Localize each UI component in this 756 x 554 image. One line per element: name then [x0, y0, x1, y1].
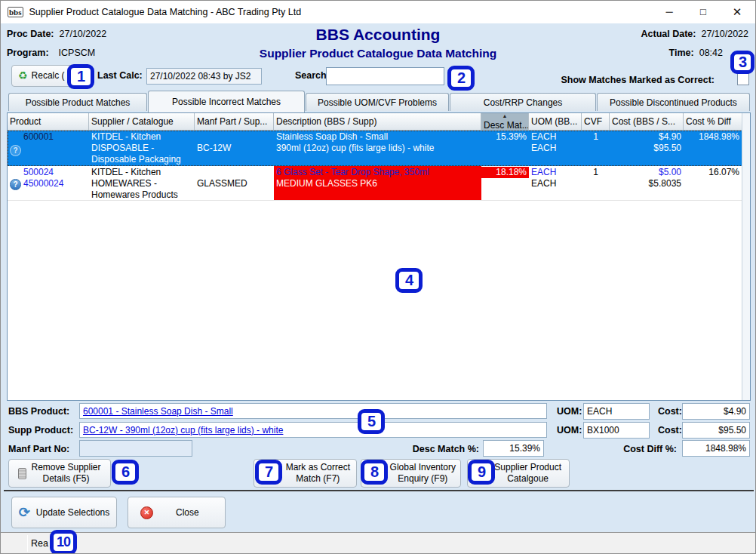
cell-cvf: 1 [582, 131, 610, 166]
actual-date-label: Actual Date: [641, 29, 696, 39]
supp-product-label: Supp Product: [8, 425, 73, 436]
app-window: bbs Supplier Product Catalogue Data Matc… [0, 0, 756, 554]
column-header-cvf[interactable]: CVF [582, 113, 610, 131]
actual-date-value: 27/10/2022 [701, 29, 748, 39]
maximize-button[interactable]: □ [691, 1, 715, 23]
column-header-cost[interactable]: Cost (BBS / S... [610, 113, 684, 131]
cost-diff-label: Cost Diff %: [597, 444, 677, 454]
cost-diff-field: 1848.98% [682, 440, 750, 457]
cell-supplier: KITDEL - Kitchen HOMEWARES - Homewares P… [89, 166, 195, 200]
title-bar: bbs Supplier Product Catalogue Data Matc… [1, 1, 755, 23]
window-title: Supplier Product Catalogue Data Matching… [29, 7, 302, 17]
help-icon: ? [10, 179, 21, 190]
minimize-button[interactable]: ─ [657, 1, 681, 23]
cost1-label: Cost: [658, 406, 682, 417]
annotation-badge-3: 3 [730, 51, 754, 74]
bbs-product-label: BBS Product: [8, 406, 69, 417]
column-header-product[interactable]: Product [8, 113, 89, 131]
tab-label: Possible Product Matches [26, 97, 131, 108]
cost1-field: $4.90 [682, 403, 750, 420]
update-selections-button[interactable]: ⟳ Update Selections [11, 497, 117, 528]
tab-possible-incorrect-matches[interactable]: Possible Incorrect Matches [148, 91, 305, 112]
annotation-badge-7: 7 [255, 460, 282, 485]
manf-part-no-label: Manf Part No: [8, 444, 69, 454]
help-icon: ? [10, 145, 21, 156]
results-grid: Product Supplier / Catalogue Manf Part /… [7, 112, 751, 401]
last-calc-value: 27/10/2022 08:43 by JS2 [150, 71, 250, 82]
annotation-badge-8: 8 [361, 460, 388, 485]
bbs-product-link[interactable]: 600001 - Stainless Soap Dish - Small [83, 406, 233, 417]
show-matches-label: Show Matches Marked as Correct: [561, 75, 715, 85]
cell-supplier: KITDEL - Kitchen DISPOSABLE - Disposable… [89, 131, 195, 166]
cell-cost: $4.90 $95.50 [610, 131, 684, 166]
cell-description-alert: 6 Glass Set - Tear Drop Shape, 350ml MED… [274, 166, 481, 200]
cell-description: Stainless Soap Dish - Small 390ml (12oz)… [274, 131, 481, 166]
time: Time: 08:42 [669, 48, 723, 58]
minimize-icon: ─ [665, 6, 672, 17]
remove-supplier-details-button[interactable]: Remove Supplier Details (F5) [8, 459, 111, 488]
separator-line [4, 490, 754, 491]
tab-possible-discontinued-products[interactable]: Possible Discontinued Products [597, 93, 750, 111]
cell-desc-match: 15.39% [481, 131, 529, 166]
cell-cost-diff: 16.07% [684, 166, 742, 200]
search-input[interactable] [326, 67, 444, 85]
close-icon: ✕ [733, 5, 742, 19]
product-number: 600001 [23, 131, 87, 143]
uom1-field: EACH [583, 403, 650, 420]
manf-part-no-field [79, 440, 192, 457]
cell-uom: EACH EACH [529, 131, 582, 166]
sort-ascending-icon: ▲ [481, 113, 528, 119]
annotation-badge-9: 9 [468, 460, 495, 485]
close-button[interactable]: ✕ Close [128, 497, 226, 528]
cell-product: ? 600001 [8, 131, 89, 166]
table-row[interactable]: ? 500024 45000024 KITDEL - Kitchen HOMEW… [8, 166, 750, 201]
last-calc-label: Last Calc: [97, 70, 143, 81]
table-row[interactable]: ? 600001 KITDEL - Kitchen DISPOSABLE - D… [8, 131, 750, 166]
tab-label: Cost/RRP Changes [484, 97, 563, 108]
cell-product: ? 500024 45000024 [8, 166, 89, 200]
last-calc-field: 27/10/2022 08:43 by JS2 [146, 68, 262, 85]
column-header-description[interactable]: Description (BBS / Supp) [274, 113, 481, 131]
column-header-desc-match[interactable]: ▲ Desc Mat... [481, 113, 529, 131]
annotation-badge-4: 4 [395, 268, 423, 293]
column-header-uom[interactable]: UOM (BB... [529, 113, 582, 131]
tab-possible-product-matches[interactable]: Possible Product Matches [8, 93, 147, 111]
cost2-field: $95.50 [682, 422, 750, 439]
actual-date: Actual Date: 27/10/2022 [641, 29, 749, 39]
cell-desc-match: 18.18% [481, 166, 529, 200]
uom2-label: UOM: [557, 425, 582, 436]
uom2-field: BX1000 [583, 422, 650, 439]
vertical-scrollbar[interactable] [742, 113, 750, 400]
cell-cvf: 1 [582, 166, 610, 200]
column-header-manf-part[interactable]: Manf Part / Sup... [195, 113, 274, 131]
column-header-cost-diff[interactable]: Cost % Diff [684, 113, 742, 131]
maximize-icon: □ [700, 6, 706, 17]
supp-product-link[interactable]: BC-12W - 390ml (12oz) cup (fits large li… [83, 425, 283, 436]
tab-label: Possible Discontinued Products [610, 97, 737, 108]
close-circle-icon: ✕ [140, 506, 153, 519]
search-label: Search: [295, 70, 330, 81]
time-label: Time: [669, 48, 694, 58]
column-header-supplier[interactable]: Supplier / Catalogue [89, 113, 195, 131]
annotation-badge-1: 1 [67, 64, 94, 89]
show-matches-checkbox[interactable] [737, 73, 749, 85]
cell-cost-diff: 1848.98% [684, 131, 742, 166]
cell-manf-part: BC-12W [195, 131, 274, 166]
status-bar: Rea [1, 532, 755, 554]
tab-cost-rrp-changes[interactable]: Cost/RRP Changes [450, 93, 596, 111]
annotation-badge-10: 10 [50, 530, 77, 554]
cost2-label: Cost: [658, 425, 682, 436]
cell-manf-part: GLASSMED [195, 166, 274, 200]
desc-match-label: Desc Match %: [401, 444, 479, 454]
status-text: Rea [31, 538, 48, 549]
grid-header: Product Supplier / Catalogue Manf Part /… [8, 113, 750, 131]
time-value: 08:42 [699, 48, 723, 58]
tab-label: Possible Incorrect Matches [172, 97, 281, 107]
tab-possible-uom-cvf-problems[interactable]: Possible UOM/CVF Problems [306, 93, 449, 111]
uom1-label: UOM: [557, 406, 582, 417]
annotation-badge-2: 2 [447, 66, 475, 91]
cell-uom: EACH EACH [529, 166, 582, 200]
column-header-label: Desc Mat... [484, 120, 529, 131]
desc-match-field: 15.39% [483, 440, 544, 457]
close-window-button[interactable]: ✕ [725, 1, 749, 23]
